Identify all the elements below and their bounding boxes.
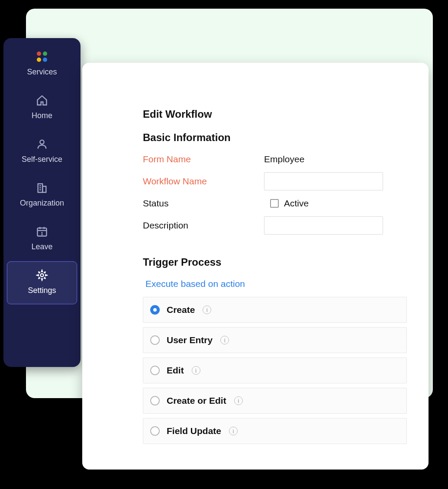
status-active-label: Active [284, 198, 309, 209]
radio-icon [150, 366, 160, 375]
row-description: Description [143, 216, 407, 235]
radio-label: Create [167, 305, 195, 315]
svg-rect-2 [42, 187, 46, 193]
page-title: Edit Workflow [143, 108, 407, 120]
sidebar-item-label: Leave [31, 242, 52, 251]
calendar-icon [35, 225, 48, 238]
sidebar-item-self-service[interactable]: Self-service [3, 130, 81, 174]
main-panel: Edit Workflow Basic Information Form Nam… [82, 63, 429, 470]
info-icon[interactable]: i [229, 427, 238, 435]
label-description: Description [143, 220, 264, 231]
trigger-option-create[interactable]: Create i [143, 297, 407, 323]
info-icon[interactable]: i [220, 336, 229, 344]
sidebar-item-settings[interactable]: Settings [6, 261, 77, 305]
row-form-name: Form Name Employee [143, 154, 407, 164]
radio-icon [150, 305, 160, 315]
trigger-option-user-entry[interactable]: User Entry i [143, 327, 407, 353]
radio-icon [150, 396, 160, 405]
workflow-name-input[interactable] [264, 172, 383, 190]
sidebar-item-label: Self-service [22, 155, 62, 164]
execute-based-on-action-link[interactable]: Execute based on action [145, 279, 407, 289]
sidebar-item-label: Organization [20, 199, 64, 208]
building-icon [35, 181, 48, 194]
info-icon[interactable]: i [234, 396, 243, 405]
svg-point-11 [42, 234, 42, 235]
sidebar-item-label: Services [27, 68, 57, 77]
description-input[interactable] [264, 216, 383, 235]
row-workflow-name: Workflow Name [143, 172, 407, 190]
radio-label: Field Update [167, 426, 221, 436]
sidebar-item-label: Settings [28, 286, 56, 295]
svg-point-0 [40, 140, 44, 144]
radio-icon [150, 335, 160, 345]
section-trigger-process: Trigger Process [143, 256, 407, 268]
sidebar-item-leave[interactable]: Leave [3, 217, 81, 261]
radio-label: Edit [167, 365, 184, 376]
value-form-name: Employee [264, 154, 304, 164]
radio-icon [150, 426, 160, 436]
label-form-name: Form Name [143, 154, 264, 164]
trigger-option-field-update[interactable]: Field Update i [143, 418, 407, 444]
trigger-option-create-or-edit[interactable]: Create or Edit i [143, 388, 407, 414]
trigger-options: Create i User Entry i Edit i Create or E… [143, 297, 407, 444]
info-icon[interactable]: i [192, 366, 200, 375]
person-icon [35, 138, 48, 151]
info-icon[interactable]: i [203, 306, 211, 314]
label-workflow-name: Workflow Name [143, 176, 264, 187]
row-status: Status Active [143, 198, 407, 209]
trigger-option-edit[interactable]: Edit i [143, 357, 407, 383]
sidebar-item-label: Home [32, 111, 52, 120]
section-basic-info: Basic Information [143, 132, 407, 144]
gear-icon [35, 269, 48, 282]
apps-icon [35, 50, 48, 63]
svg-point-12 [41, 274, 44, 277]
radio-label: Create or Edit [167, 396, 226, 406]
radio-label: User Entry [167, 335, 213, 345]
sidebar: Services Home Self-service Organization … [3, 38, 81, 367]
label-status: Status [143, 198, 264, 209]
sidebar-item-home[interactable]: Home [3, 86, 81, 130]
home-icon [35, 94, 48, 107]
sidebar-item-services[interactable]: Services [3, 42, 81, 86]
sidebar-item-organization[interactable]: Organization [3, 174, 81, 217]
status-active-checkbox[interactable] [270, 199, 279, 208]
